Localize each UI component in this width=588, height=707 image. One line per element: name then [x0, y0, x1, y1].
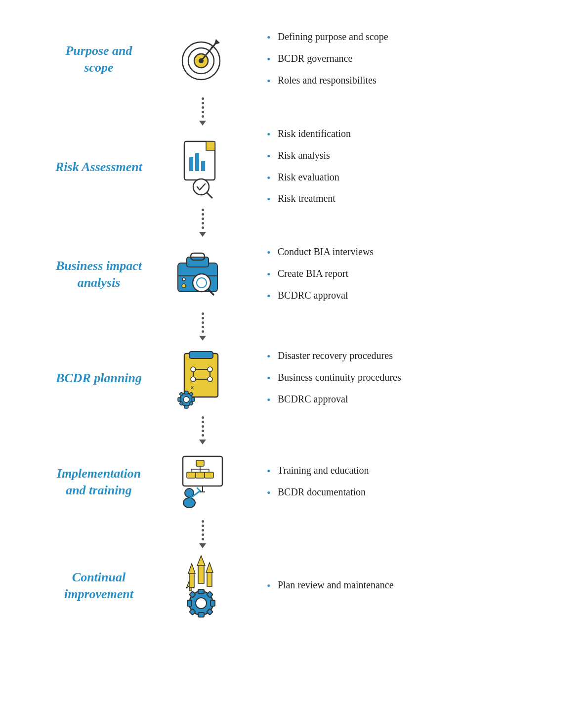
- icon-continual: [168, 554, 237, 618]
- item-3: • BCDRC approval: [267, 392, 558, 408]
- item-text: Plan review and maintenance: [278, 578, 394, 592]
- bullet: •: [267, 578, 271, 594]
- dot: [202, 430, 204, 432]
- svg-rect-39: [178, 398, 181, 401]
- items-purpose: • Defining purpose and scope • BCDR gove…: [237, 27, 558, 91]
- connector-line: [199, 312, 206, 341]
- dot: [202, 525, 204, 527]
- bullet: •: [267, 349, 271, 364]
- bullet: •: [267, 393, 271, 408]
- dot: [202, 111, 204, 113]
- item-text: Risk evaluation: [278, 170, 339, 184]
- connector-2: [30, 210, 558, 235]
- dot: [202, 226, 204, 229]
- label-bia: Business impactanalysis: [30, 253, 168, 296]
- bullet: •: [267, 371, 271, 386]
- connector-line: [199, 416, 206, 444]
- svg-point-68: [196, 598, 207, 609]
- connector-1: [30, 99, 558, 124]
- svg-marker-62: [188, 564, 195, 574]
- dot: [202, 102, 204, 104]
- svg-rect-63: [198, 565, 204, 583]
- item-1: • Plan review and maintenance: [267, 578, 558, 594]
- dot: [202, 209, 204, 211]
- svg-rect-65: [207, 572, 212, 586]
- svg-rect-40: [192, 398, 195, 401]
- svg-marker-66: [206, 563, 213, 573]
- svg-rect-46: [196, 460, 204, 466]
- icon-risk: [168, 137, 237, 197]
- svg-marker-9: [206, 141, 215, 150]
- bullet: •: [267, 289, 271, 304]
- svg-rect-54: [205, 472, 213, 478]
- icon-bcdr: ×: [168, 349, 237, 408]
- items-risk: • Risk identification • Risk analysis • …: [237, 124, 558, 210]
- label-bcdr: BCDR planning: [30, 365, 168, 392]
- svg-rect-24: [184, 354, 218, 397]
- svg-rect-38: [184, 405, 188, 408]
- section-bia: Business impactanalysis: [30, 235, 558, 314]
- item-text: Training and education: [278, 463, 369, 477]
- item-2: • Create BIA report: [267, 266, 558, 282]
- icon-purpose: [168, 32, 237, 87]
- bullet: •: [267, 267, 271, 282]
- svg-point-26: [191, 367, 196, 372]
- svg-rect-53: [196, 472, 205, 478]
- section-continual: Continualimprovement: [30, 546, 558, 625]
- label-impl: Implementationand training: [30, 460, 168, 504]
- svg-rect-10: [189, 157, 193, 171]
- dot: [202, 312, 204, 315]
- bullet: •: [267, 245, 271, 261]
- svg-text:×: ×: [190, 384, 194, 392]
- svg-rect-11: [195, 153, 199, 171]
- dot: [202, 97, 204, 100]
- svg-line-14: [207, 193, 212, 198]
- dot: [202, 321, 204, 324]
- item-1: • Conduct BIA interviews: [267, 245, 558, 261]
- bullet: •: [267, 30, 271, 45]
- dot: [202, 106, 204, 109]
- dot: [202, 218, 204, 220]
- dot: [202, 330, 204, 333]
- connector-4: [30, 418, 558, 442]
- svg-marker-5: [214, 39, 220, 45]
- item-3: • BCDRC approval: [267, 288, 558, 304]
- section-impl: Implementationand training: [30, 442, 558, 522]
- connector-line: [199, 520, 206, 548]
- item-1: • Defining purpose and scope: [267, 30, 558, 45]
- svg-rect-52: [187, 472, 196, 478]
- item-3: • Risk evaluation: [267, 170, 558, 186]
- items-bia: • Conduct BIA interviews • Create BIA re…: [237, 242, 558, 307]
- icon-impl: [168, 452, 237, 512]
- svg-rect-16: [187, 257, 209, 267]
- items-bcdr: • Disaster recovery procedures • Busines…: [237, 346, 558, 410]
- section-bcdr: BCDR planning ×: [30, 339, 558, 418]
- dot: [202, 520, 204, 523]
- bullet: •: [267, 74, 271, 89]
- arrow-down: [199, 543, 206, 548]
- bullet: •: [267, 486, 271, 501]
- svg-point-23: [182, 278, 185, 281]
- item-text: Conduct BIA interviews: [278, 245, 374, 259]
- item-2: • Business continuity procedures: [267, 370, 558, 386]
- dot: [202, 326, 204, 328]
- flow-container: Purpose andscope: [30, 20, 558, 625]
- item-1: • Risk identification: [267, 127, 558, 142]
- dot: [202, 533, 204, 536]
- dot: [202, 425, 204, 428]
- item-text: Business continuity procedures: [278, 370, 401, 384]
- dot: [202, 416, 204, 419]
- dot: [202, 434, 204, 437]
- label-purpose: Purpose andscope: [30, 38, 168, 81]
- bullet: •: [267, 464, 271, 479]
- item-text: BCDR governance: [278, 51, 353, 65]
- item-2: • BCDR governance: [267, 51, 558, 67]
- svg-point-22: [182, 284, 186, 288]
- arrow-down: [199, 232, 206, 237]
- connector-line: [199, 97, 206, 126]
- item-text: Defining purpose and scope: [278, 30, 388, 44]
- svg-rect-25: [189, 352, 213, 358]
- item-text: Create BIA report: [278, 266, 348, 280]
- bullet: •: [267, 52, 271, 67]
- dot: [202, 222, 204, 224]
